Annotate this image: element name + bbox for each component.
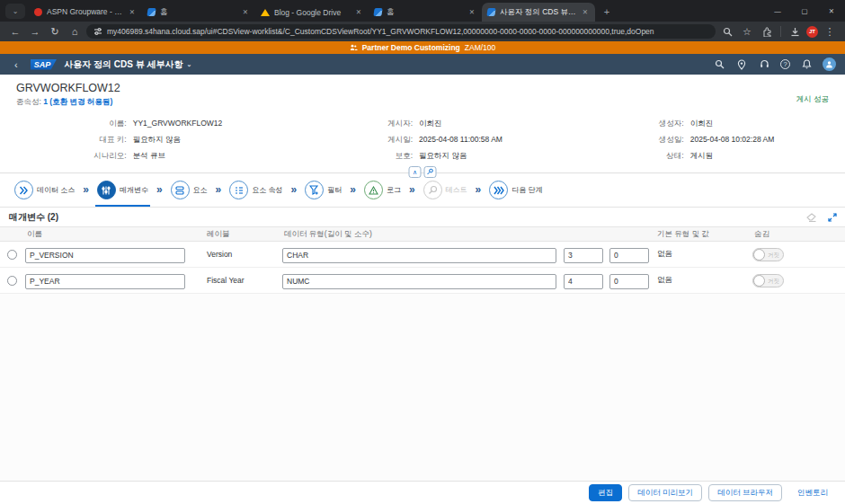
wizard-step-elements[interactable]: 요소 <box>169 173 209 207</box>
app-title[interactable]: 사용자 정의 CDS 뷰 세부사항 ⌄ <box>64 58 191 71</box>
param-name-input[interactable] <box>25 248 185 263</box>
browser-navbar: ← → ↻ ⌂ my406989.s4hana.cloud.sap/ui#CDS… <box>0 22 845 41</box>
wizard-step-label: 테스트 <box>446 185 467 195</box>
field-label: 생성일: <box>583 135 684 146</box>
support-headset-icon[interactable] <box>758 58 770 71</box>
param-length-input[interactable] <box>564 274 603 289</box>
table-title: 매개변수 (2) <box>9 211 58 224</box>
tab-close-icon[interactable]: ✕ <box>467 7 476 17</box>
tab-close-icon[interactable]: ✕ <box>354 7 363 17</box>
field-value: 분석 큐브 <box>133 151 286 162</box>
home-icon[interactable]: ⌂ <box>67 23 83 40</box>
tab-close-icon[interactable]: ✕ <box>581 7 590 17</box>
dependency-link[interactable]: 1 (호환 변경 허용됨) <box>43 97 112 106</box>
help-icon[interactable]: ? <box>780 59 790 69</box>
browser-tab-2[interactable]: 홈 ✕ <box>142 3 255 22</box>
field-value: 이희진 <box>690 119 829 129</box>
sap-logo[interactable]: SAP <box>31 59 58 70</box>
shell-search-icon[interactable] <box>713 58 725 71</box>
banner-title: Partner Demo Customizing <box>362 43 460 52</box>
log-alert-icon <box>364 181 383 199</box>
browser-tab-1[interactable]: ASPN Groupware - 메일 ✕ <box>29 3 142 22</box>
browser-profile-avatar[interactable]: JT <box>806 26 818 38</box>
url-text: my406989.s4hana.cloud.sap/ui#CDSView-wor… <box>107 27 654 36</box>
browser-tab-4[interactable]: 홈 ✕ <box>369 3 482 22</box>
param-datatype-input[interactable] <box>282 248 556 263</box>
window-minimize-button[interactable]: — <box>764 0 791 22</box>
new-tab-button[interactable]: + <box>599 4 615 20</box>
param-decimals-input[interactable] <box>609 274 649 289</box>
wizard-step-log[interactable]: 로그 <box>362 173 403 207</box>
hidden-toggle[interactable]: 거짓 <box>752 248 784 261</box>
wizard-step-parameters[interactable]: 매개변수 <box>95 173 150 207</box>
tab-search-button[interactable]: ⌄ <box>5 4 25 19</box>
expand-fullscreen-icon[interactable] <box>827 212 838 223</box>
data-browser-button[interactable]: 데이터 브라우저 <box>708 484 782 501</box>
column-header-datatype[interactable]: 데이터 유형(길이 및 소수) <box>282 229 564 240</box>
table-row: Version 없음 거짓 <box>0 242 845 268</box>
param-name-input[interactable] <box>25 274 185 289</box>
inventory-button[interactable]: 인벤토리 <box>788 484 837 501</box>
param-decimals-input[interactable] <box>609 248 649 263</box>
browser-tab-3[interactable]: Blog - Google Drive ✕ <box>255 3 369 22</box>
field-value: 이희진 <box>419 119 583 129</box>
bookmark-star-icon[interactable]: ☆ <box>739 23 755 40</box>
wizard-step-data-source[interactable]: 데이터 소스 <box>13 173 76 207</box>
column-header-hidden[interactable]: 숨김 <box>752 229 845 240</box>
clear-icon <box>805 212 816 223</box>
field-label: 대표 키: <box>16 135 127 146</box>
param-datatype-input[interactable] <box>282 274 556 289</box>
forward-icon[interactable]: → <box>27 23 43 40</box>
shell-icons: ? <box>713 57 836 71</box>
window-close-button[interactable]: ✕ <box>818 0 845 22</box>
browser-tab-active[interactable]: 사용자 정의 CDS 뷰 세부사항 ✕ <box>482 3 595 22</box>
collapse-header-button[interactable]: ∧ <box>409 166 422 178</box>
sap-favicon-icon <box>373 8 382 16</box>
column-header-default[interactable]: 기본 유형 및 값 <box>655 229 752 240</box>
step-separator-icon: » <box>156 184 163 197</box>
wizard-step-next[interactable]: 다음 단계 <box>487 173 544 207</box>
column-header-name[interactable]: 이름 <box>25 229 205 240</box>
feedback-pin-icon[interactable] <box>735 58 748 71</box>
data-source-icon <box>14 181 33 199</box>
app-title-text: 사용자 정의 CDS 뷰 세부사항 <box>64 58 182 71</box>
address-bar[interactable]: my406989.s4hana.cloud.sap/ui#CDSView-wor… <box>86 24 716 39</box>
tab-title: 홈 <box>160 7 236 18</box>
tab-close-icon[interactable]: ✕ <box>128 7 137 17</box>
inspect-magnifier-icon <box>423 181 442 199</box>
row-select-radio[interactable] <box>7 276 17 286</box>
shell-back-icon[interactable]: ‹ <box>9 59 23 70</box>
hidden-toggle[interactable]: 거짓 <box>752 274 784 287</box>
window-maximize-button[interactable]: ▢ <box>791 0 818 22</box>
site-info-icon[interactable] <box>93 23 102 40</box>
tab-close-icon[interactable]: ✕ <box>241 7 250 17</box>
edit-button[interactable]: 편집 <box>589 484 622 501</box>
browser-menu-icon[interactable]: ⋮ <box>822 23 838 40</box>
wizard-step-bar: 데이터 소스 » 매개변수 » 요소 » 요소 속성 » <box>0 173 845 208</box>
param-default: 없음 <box>655 249 752 260</box>
tab-title: 홈 <box>387 7 463 18</box>
wizard-step-label: 다음 단계 <box>511 185 542 195</box>
next-steps-icon <box>489 181 508 199</box>
window-controls: — ▢ ✕ <box>764 0 845 22</box>
row-select-radio[interactable] <box>7 250 17 260</box>
reload-icon[interactable]: ↻ <box>47 23 63 40</box>
param-length-input[interactable] <box>564 248 603 263</box>
wizard-step-label: 요소 속성 <box>252 185 282 195</box>
sliders-icon <box>97 181 116 199</box>
data-preview-button[interactable]: 데이터 미리보기 <box>628 484 702 501</box>
dependency-line: 종속성: 1 (호환 변경 허용됨) <box>16 97 120 108</box>
wizard-step-filter[interactable]: 필터 <box>303 173 343 207</box>
column-header-label[interactable]: 레이블 <box>205 229 282 240</box>
notifications-bell-icon[interactable] <box>800 58 813 71</box>
object-title: GRVWORKFLOW12 <box>16 82 120 94</box>
step-separator-icon: » <box>476 184 482 197</box>
search-icon[interactable] <box>719 23 735 40</box>
toggle-label: 거짓 <box>768 252 779 260</box>
download-icon[interactable] <box>787 23 803 40</box>
user-avatar-icon[interactable] <box>823 57 836 71</box>
extensions-icon[interactable] <box>759 23 775 40</box>
sap-favicon-icon <box>147 8 156 16</box>
wizard-step-element-properties[interactable]: 요소 속성 <box>227 173 284 207</box>
back-icon[interactable]: ← <box>7 23 23 40</box>
